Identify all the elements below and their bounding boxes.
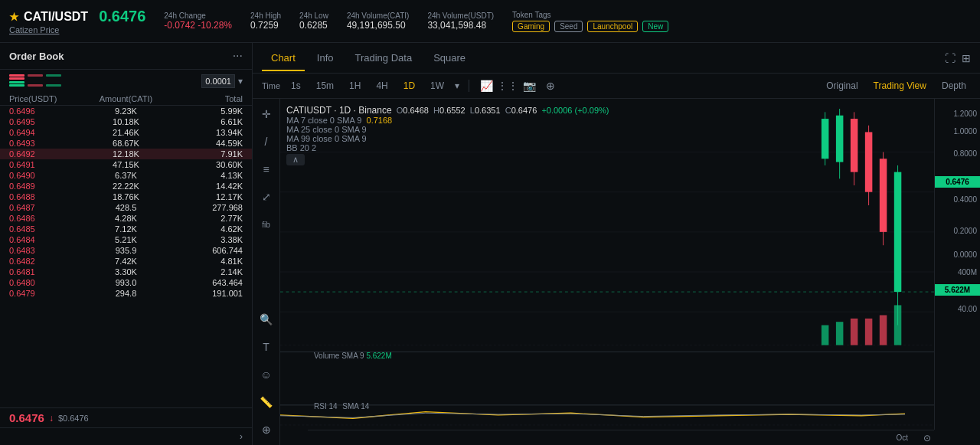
low-section: 24h Low 0.6285 [299, 11, 328, 31]
table-row[interactable]: 0.6490 6.37K 4.13K [0, 170, 252, 181]
view-trading[interactable]: Trading View [869, 79, 931, 93]
cell-total: 14.42K [165, 182, 243, 191]
main-layout: Order Book ··· 0.0001 ▾ Price(USDT) [0, 43, 980, 445]
tab-square[interactable]: Square [424, 46, 475, 71]
cell-price: 0.6481 [9, 267, 87, 276]
bar-chart-icon[interactable]: ⋮⋮ [500, 78, 515, 93]
table-row[interactable]: 0.6481 3.30K 2.14K [0, 267, 252, 277]
table-row[interactable]: 0.6495 10.18K 6.61K [0, 116, 252, 127]
view-original[interactable]: Original [822, 79, 862, 93]
cell-price: 0.6483 [9, 246, 87, 255]
symbol-text: CATI/USDT [24, 10, 88, 24]
time-label: Time [262, 81, 280, 90]
measure-icon[interactable]: ⤢ [257, 188, 276, 206]
mid-price-val: 0.6476 [9, 411, 44, 424]
price-1000: 1.0000 [935, 127, 980, 136]
add-indicator-icon[interactable]: ⊕ [543, 78, 558, 93]
cell-price: 0.6491 [9, 160, 87, 169]
ob-sell-rows: 0.6496 9.23K 5.99K 0.6495 10.18K 6.61K 0… [0, 106, 252, 407]
cell-total: 5.99K [165, 106, 243, 116]
time-1w[interactable]: 1W [426, 79, 449, 93]
cell-price: 0.6482 [9, 257, 87, 266]
zoom-reset-icon[interactable]: ⊙ [923, 433, 931, 443]
cell-amount: 9.23K [87, 106, 165, 116]
star-icon[interactable]: ★ [9, 11, 19, 23]
chevron-down-icon[interactable]: ▾ [238, 76, 243, 87]
table-row[interactable]: 0.6491 47.15K 30.60K [0, 159, 252, 170]
table-row[interactable]: 0.6486 4.28K 2.77K [0, 213, 252, 224]
price-sub-link[interactable]: Catizen Price [9, 25, 145, 34]
tab-chart[interactable]: Chart [262, 46, 305, 71]
cell-amount: 6.37K [87, 171, 165, 180]
zoom-in-icon[interactable]: ⊕ [257, 420, 276, 439]
low-val: 0.6285 [299, 20, 328, 31]
line-chart-icon[interactable]: 📈 [479, 78, 494, 93]
table-row[interactable]: 0.6492 12.18K 7.91K [0, 149, 252, 159]
camera-icon[interactable]: 📷 [521, 78, 537, 93]
table-row[interactable]: 0.6488 18.76K 12.17K [0, 191, 252, 202]
ob-view-both[interactable] [9, 74, 24, 87]
table-row[interactable]: 0.6493 68.67K 44.59K [0, 138, 252, 149]
time-15m[interactable]: 15m [312, 79, 338, 93]
collapse-button[interactable]: ∧ [286, 154, 305, 165]
cell-amount: 47.15K [87, 160, 165, 169]
horizontal-line-icon[interactable]: ≡ [257, 160, 276, 178]
ob-expand-icon[interactable]: › [240, 431, 243, 442]
table-row[interactable]: 0.6483 935.9 606.744 [0, 245, 252, 256]
grid-icon[interactable]: ⊞ [962, 52, 971, 64]
svg-rect-23 [836, 322, 843, 345]
symbol-title: ★ CATI/USDT 0.6476 [9, 8, 145, 25]
zoom-icon[interactable]: 🔍 [257, 310, 276, 329]
table-row[interactable]: 0.6489 22.22K 14.42K [0, 181, 252, 191]
time-1d[interactable]: 1D [399, 79, 420, 93]
table-row[interactable]: 0.6482 7.42K 4.81K [0, 256, 252, 267]
ob-view-buy[interactable] [46, 74, 61, 87]
ob-menu-button[interactable]: ··· [233, 49, 243, 63]
emoji-icon[interactable]: ☺ [257, 365, 276, 384]
cell-total: 4.62K [165, 224, 243, 234]
cell-total: 13.94K [165, 128, 243, 137]
cell-price: 0.6486 [9, 214, 87, 223]
volume-pane-label: Volume SMA 9 5.622M [314, 352, 392, 360]
vol-usdt-val: 33,041,598.48 [427, 20, 494, 31]
high-section: 24h High 0.7259 [250, 11, 281, 31]
view-depth[interactable]: Depth [937, 79, 971, 93]
change-label: 24h Change [164, 11, 232, 20]
ruler-icon[interactable]: 📏 [257, 393, 276, 411]
table-row[interactable]: 0.6480 993.0 643.464 [0, 277, 252, 288]
volume-badge: 5.622M [935, 284, 980, 296]
tab-trading-data[interactable]: Trading Data [345, 46, 421, 71]
trend-line-icon[interactable]: / [257, 133, 276, 151]
text-icon[interactable]: T [257, 338, 276, 356]
table-row[interactable]: 0.6487 428.5 277.968 [0, 202, 252, 213]
ob-precision-select[interactable]: 0.0001 [201, 74, 235, 88]
time-more-icon[interactable]: ▾ [455, 80, 459, 91]
symbol-section: ★ CATI/USDT 0.6476 Catizen Price [9, 8, 145, 34]
crosshair-icon[interactable]: ✛ [257, 105, 276, 123]
tag-new[interactable]: New [642, 21, 668, 32]
svg-rect-26 [880, 316, 887, 345]
ob-view-sell[interactable] [28, 74, 43, 87]
fullscreen-icon[interactable]: ⛶ [945, 52, 956, 64]
tab-info[interactable]: Info [308, 46, 343, 71]
low-label: 24h Low [299, 11, 328, 20]
cell-amount: 428.5 [87, 203, 165, 212]
price-chart-svg [280, 99, 934, 445]
cell-price: 0.6494 [9, 128, 87, 137]
rsi-pane-label: RSI 14 SMA 14 [314, 402, 369, 411]
time-4h[interactable]: 4H [371, 79, 392, 93]
time-1h[interactable]: 1H [345, 79, 365, 93]
fibonacci-icon[interactable]: fib [257, 215, 276, 234]
time-1s[interactable]: 1s [286, 79, 305, 93]
cell-price: 0.6488 [9, 192, 87, 201]
tag-gaming[interactable]: Gaming [512, 21, 550, 32]
tag-launchpool[interactable]: Launchpool [587, 21, 638, 32]
cell-amount: 4.28K [87, 214, 165, 223]
tag-seed[interactable]: Seed [554, 21, 583, 32]
table-row[interactable]: 0.6485 7.12K 4.62K [0, 224, 252, 234]
chart-area: Chart Info Trading Data Square ⛶ ⊞ Time … [253, 43, 980, 445]
table-row[interactable]: 0.6484 5.21K 3.38K [0, 234, 252, 245]
table-row[interactable]: 0.6494 21.46K 13.94K [0, 127, 252, 138]
table-row[interactable]: 0.6479 294.8 191.001 [0, 288, 252, 299]
table-row[interactable]: 0.6496 9.23K 5.99K [0, 106, 252, 116]
